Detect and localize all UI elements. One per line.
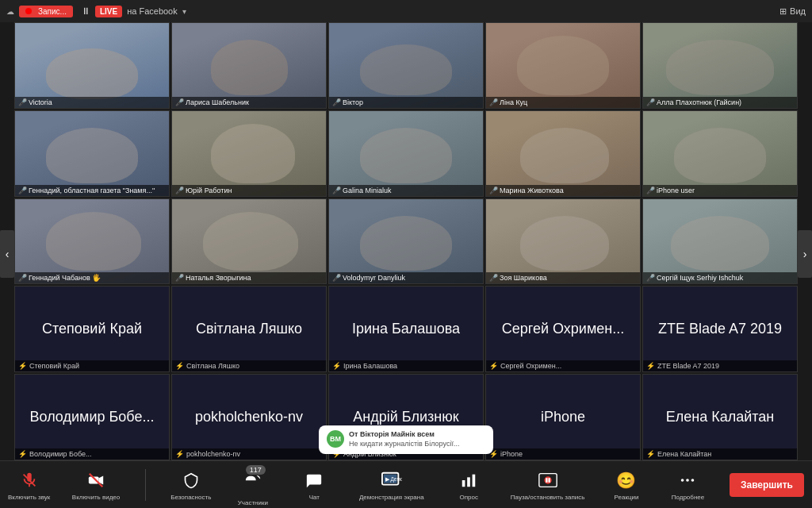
security-button[interactable]: Безопасность xyxy=(170,469,211,501)
chat-content: От Вікторія Майнік всем Не кидати журнал… xyxy=(349,430,485,449)
video-cell-r3c5[interactable]: 🎤Сергій Іщук Serhiy Ishchuk xyxy=(642,198,798,285)
svg-rect-17 xyxy=(548,478,550,483)
bottom-toolbar: Включить звук Включить видео Безопасност… xyxy=(0,460,812,508)
name-display-r5c2: pokholchenko-nv xyxy=(189,409,309,425)
mic-button[interactable]: Включить звук xyxy=(8,469,50,501)
top-bar-left: ☁ Запис... ⏸ LIVE на Facebook ▾ xyxy=(6,6,186,17)
poll-icon xyxy=(458,469,480,491)
nav-right-arrow[interactable]: › xyxy=(798,230,812,278)
video-cell-r4c4[interactable]: Сергей Охримен... ⚡Сергей Охримен... xyxy=(485,286,641,372)
video-cell-r5c5[interactable]: Елена Калайтан ⚡Елена Калайтан xyxy=(642,374,798,460)
name-label-r4c3: ⚡Ірина Балашова xyxy=(329,360,483,371)
participant-name-r2c3: 🎤Galina Minialuk xyxy=(329,185,483,196)
video-cell-r5c2[interactable]: pokholchenko-nv ⚡pokholchenko-nv xyxy=(171,374,327,460)
reactions-button[interactable]: 😊 Реакции xyxy=(607,469,646,501)
svg-rect-16 xyxy=(546,478,547,483)
name-label-r4c5: ⚡ZTE Blade A7 2019 xyxy=(643,360,797,371)
name-display-r4c4: Сергей Охримен... xyxy=(496,321,630,337)
toolbar-divider-1 xyxy=(145,469,146,501)
record-pause-icon xyxy=(537,469,559,491)
top-bar: ☁ Запис... ⏸ LIVE на Facebook ▾ ⊞ Вид xyxy=(0,0,812,22)
view-label[interactable]: Вид xyxy=(790,6,806,16)
chat-button[interactable]: Чат xyxy=(294,469,334,501)
participant-name-r3c5: 🎤Сергій Іщук Serhiy Ishchuk xyxy=(643,272,797,283)
video-row-3: 🎤Геннадий Чабанов 🖐 🎤Наталья Зворыгина 🎤… xyxy=(14,198,798,285)
name-label-r4c2: ⚡Світлана Ляшко xyxy=(172,360,326,371)
participant-name-r1c1: 🎤Victoria xyxy=(15,97,169,108)
video-cell-r2c2[interactable]: 🎤Юрій Работин xyxy=(171,110,327,197)
video-cell-r2c1[interactable]: 🎤Геннадий, областная газета "Знамя..." xyxy=(14,110,170,197)
participants-label: Участники xyxy=(238,499,268,506)
name-display-r5c5: Елена Калайтан xyxy=(660,409,781,425)
name-display-r4c2: Світлана Ляшко xyxy=(190,321,308,337)
share-screen-button[interactable]: ▶ Демонстрація Демонстрация экрана xyxy=(356,469,427,501)
video-cell-r5c4[interactable]: iPhone ⚡iPhone xyxy=(485,374,641,460)
video-cell-r1c3[interactable]: 🎤Віктор xyxy=(328,22,484,109)
video-cell-r1c5[interactable]: 🎤Алла Плахотнюк (Гайсин) xyxy=(642,22,798,109)
fb-dropdown[interactable]: ▾ xyxy=(182,7,186,16)
name-display-r4c5: ZTE Blade A7 2019 xyxy=(652,321,788,337)
svg-rect-12 xyxy=(467,477,470,487)
video-cell-r1c1[interactable]: 🎤Victoria xyxy=(14,22,170,109)
poll-button[interactable]: Опрос xyxy=(449,469,488,501)
video-cell-r4c1[interactable]: Степовий Край ⚡Степовий Край xyxy=(14,286,170,372)
video-cell-r1c2[interactable]: 🎤Лариса Шабельник xyxy=(171,22,327,109)
mic-icon xyxy=(18,469,40,491)
name-label-r4c4: ⚡Сергей Охримен... xyxy=(486,360,640,371)
chat-message: Не кидати журналістів Білорусії... xyxy=(349,440,485,449)
participants-icon-wrapper: 117 xyxy=(242,464,264,486)
video-cell-r4c2[interactable]: Світлана Ляшко ⚡Світлана Ляшко xyxy=(171,286,327,372)
participant-name-r3c1: 🎤Геннадий Чабанов 🖐 xyxy=(15,272,169,283)
video-cell-r2c3[interactable]: 🎤Galina Minialuk xyxy=(328,110,484,197)
video-cell-r3c4[interactable]: 🎤Зоя Шарикова xyxy=(485,198,641,285)
video-cell-r5c1[interactable]: Володимир Бобе... ⚡Володимир Бобе... xyxy=(14,374,170,460)
video-cell-r2c4[interactable]: 🎤Марина Животкова xyxy=(485,110,641,197)
security-icon xyxy=(180,469,202,491)
reactions-label: Реакции xyxy=(615,494,639,501)
participant-name-r3c2: 🎤Наталья Зворыгина xyxy=(172,272,326,283)
record-pause-label: Пауза/остановить запись xyxy=(511,494,585,501)
chat-bubble: BM От Вікторія Майнік всем Не кидати жур… xyxy=(319,425,493,454)
video-cell-r3c2[interactable]: 🎤Наталья Зворыгина xyxy=(171,198,327,285)
nav-left-arrow[interactable]: ‹ xyxy=(0,230,14,278)
poll-label: Опрос xyxy=(460,494,478,501)
video-cell-r2c5[interactable]: 🎤iPhone user xyxy=(642,110,798,197)
participant-count: 117 xyxy=(246,465,266,475)
more-button[interactable]: Подробнее xyxy=(668,469,707,501)
participant-name-r2c1: 🎤Геннадий, областная газета "Знамя..." xyxy=(15,185,169,196)
video-label: Включить видео xyxy=(72,494,120,501)
video-row-1: 🎤Victoria 🎤Лариса Шабельник 🎤Віктор xyxy=(14,22,798,109)
video-cell-r1c4[interactable]: 🎤Ліна Куц xyxy=(485,22,641,109)
video-cell-r3c1[interactable]: 🎤Геннадий Чабанов 🖐 xyxy=(14,198,170,285)
video-row-2: 🎤Геннадий, областная газета "Знамя..." 🎤… xyxy=(14,110,798,197)
video-cell-r3c3[interactable]: 🎤Volodymyr Danyliuk xyxy=(328,198,484,285)
participant-name-r3c4: 🎤Зоя Шарикова xyxy=(486,272,640,283)
end-meeting-button[interactable]: Завершить xyxy=(730,473,804,497)
video-row-4: Степовий Край ⚡Степовий Край Світлана Ля… xyxy=(14,286,798,372)
video-cell-r4c5[interactable]: ZTE Blade A7 2019 ⚡ZTE Blade A7 2019 xyxy=(642,286,798,372)
name-display-r5c4: iPhone xyxy=(534,409,592,425)
svg-rect-13 xyxy=(473,474,476,487)
record-button[interactable]: Запис... xyxy=(19,6,73,17)
participant-name-r1c2: 🎤Лариса Шабельник xyxy=(172,97,326,108)
live-badge: LIVE xyxy=(95,6,122,17)
video-cell-r4c3[interactable]: Ірина Балашова ⚡Ірина Балашова xyxy=(328,286,484,372)
participant-name-r2c4: 🎤Марина Животкова xyxy=(486,185,640,196)
name-label-r5c5: ⚡Елена Калайтан xyxy=(643,448,797,460)
name-display-r4c3: Ірина Балашова xyxy=(346,321,466,337)
svg-point-15 xyxy=(544,476,551,483)
mic-label: Включить звук xyxy=(8,494,50,501)
name-label-r5c4: ⚡iPhone xyxy=(486,448,640,460)
svg-point-19 xyxy=(687,479,690,482)
pause-button[interactable]: ⏸ xyxy=(81,6,90,17)
participant-name-r1c5: 🎤Алла Плахотнюк (Гайсин) xyxy=(643,97,797,108)
participants-button[interactable]: 117 Участники xyxy=(233,464,273,506)
svg-point-20 xyxy=(691,479,695,482)
chat-avatar: BM xyxy=(327,430,344,448)
top-bar-right: ⊞ Вид xyxy=(779,6,806,17)
video-button[interactable]: Включить видео xyxy=(72,469,120,501)
record-pause-button[interactable]: Пауза/остановить запись xyxy=(511,469,585,501)
fb-label: на Facebook xyxy=(127,6,178,16)
reactions-icon: 😊 xyxy=(615,469,638,491)
chat-sender: От Вікторія Майнік всем xyxy=(349,430,485,438)
